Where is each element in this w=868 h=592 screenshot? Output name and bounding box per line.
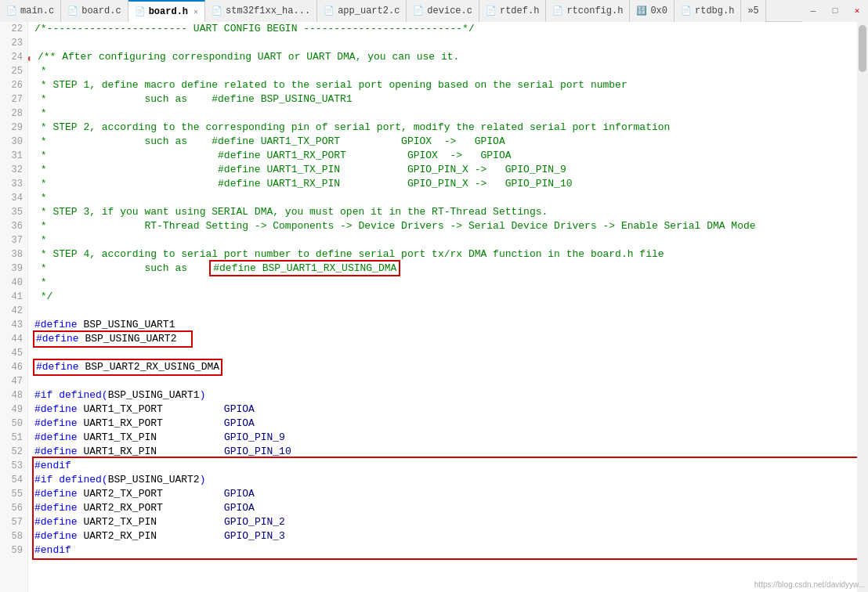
code-line-56: #define UART2_RX_PORT GPIOA [34,501,857,515]
file-icon-hex: 🔢 [636,5,647,16]
code-line-27: * such as #define BSP_USING_UATR1 [34,92,857,106]
tab-app-uart2[interactable]: 📄 app_uart2.c [317,0,407,22]
code-line-50: #define UART1_RX_PORT GPIOA [34,417,857,431]
code-line-43: #define BSP_USING_UART1 [34,318,857,332]
file-icon-app-uart2: 📄 [324,5,335,16]
tab-label-board-c: board.c [81,5,121,16]
file-icon-board-c: 📄 [67,5,78,16]
code-line-52: #define UART1_RX_PIN GPIO_PIN_10 [34,445,857,459]
tab-label-app-uart2: app_uart2.c [338,5,400,16]
tab-label-main-c: main.c [20,5,54,16]
tab-rtdef-h[interactable]: 📄 rtdef.h [479,0,546,22]
red-block-uart2: #endif#if defined(BSP_USING_UART2)#defin… [34,459,857,558]
file-icon-rtdef-h: 📄 [486,5,497,16]
code-line-42 [34,304,857,318]
code-line-37: * [34,233,857,247]
tab-label-hex: 0x0 [650,5,667,16]
code-line-44: #define BSP_USING_UART2 [34,332,857,346]
code-line-32: * #define UART1_TX_PIN GPIO_PIN_X -> GPI… [34,163,857,177]
file-icon-stm32: 📄 [212,5,222,16]
file-icon-main-c: 📄 [6,5,17,16]
tab-stm32[interactable]: 📄 stm32f1xx_ha... [205,0,317,22]
code-line-31: * #define UART1_RX_PORT GPIOX -> GPIOA [34,149,857,163]
tab-label-device-c: device.c [427,5,472,16]
code-line-23 [34,36,857,50]
code-line-34: * [34,191,857,205]
code-line-59: #endif [34,543,857,558]
file-icon-rtconfig-h: 📄 [552,5,563,16]
code-line-45 [34,346,857,360]
code-line-30: * such as #define UART1_TX_PORT GPIOX ->… [34,135,857,149]
code-line-24: /** After configuring corresponding UART… [34,50,857,64]
tab-label-board-h: board.h [149,6,188,17]
tab-rtconfig-h[interactable]: 📄 rtconfig.h [546,0,630,22]
line-numbers: 2223242526272829303132333435363738394041… [0,22,28,592]
window-controls: — □ ✕ [802,0,868,22]
code-line-36: * RT-Thread Setting -> Components -> Dev… [34,219,857,233]
code-line-33: * #define UART1_RX_PIN GPIO_PIN_X -> GPI… [34,177,857,191]
code-line-29: * STEP 2, according to the corresponding… [34,121,857,135]
tab-device-c[interactable]: 📄 device.c [407,0,479,22]
code-line-35: * STEP 3, if you want using SERIAL DMA, … [34,205,857,219]
close-button[interactable]: ✕ [846,0,868,22]
vertical-scrollbar[interactable] [857,22,868,592]
code-line-41: */ [34,290,857,304]
tab-board-h[interactable]: 📄 board.h ✕ [128,0,205,22]
code-line-40: * [34,276,857,290]
code-line-48: #if defined(BSP_USING_UART1) [34,388,857,402]
tab-bar: 📄 main.c 📄 board.c 📄 board.h ✕ 📄 stm32f1… [0,0,868,22]
code-line-57: #define UART2_TX_PIN GPIO_PIN_2 [34,515,857,529]
tab-main-c[interactable]: 📄 main.c [0,0,61,22]
code-line-25: * [34,64,857,78]
maximize-button[interactable]: □ [824,0,846,22]
watermark: https://blog.csdn.net/davidyyw... [754,580,865,589]
code-line-54: #if defined(BSP_USING_UART2) [34,473,857,487]
code-line-51: #define UART1_TX_PIN GPIO_PIN_9 [34,431,857,445]
code-line-58: #define UART2_RX_PIN GPIO_PIN_3 [34,529,857,543]
code-line-55: #define UART2_TX_PORT GPIOA [34,487,857,501]
tab-label-overflow: »5 [747,5,758,16]
tab-label-stm32: stm32f1xx_ha... [226,5,310,16]
editor-area: 2223242526272829303132333435363738394041… [0,22,868,592]
tab-board-c[interactable]: 📄 board.c [61,0,128,22]
close-icon-board-h[interactable]: ✕ [193,7,198,16]
tab-label-rtdef-h: rtdef.h [500,5,539,16]
tab-rtdbg-h[interactable]: 📄 rtdbg.h [675,0,741,22]
code-line-26: * STEP 1, define macro define related to… [34,78,857,92]
tab-hex[interactable]: 🔢 0x0 [630,0,675,22]
code-content[interactable]: /*----------------------- UART CONFIG BE… [28,22,857,592]
code-line-28: * [34,106,857,121]
file-icon-rtdbg-h: 📄 [681,5,692,16]
tab-label-rtconfig-h: rtconfig.h [566,5,623,16]
minimize-button[interactable]: — [802,0,824,22]
code-line-22: /*----------------------- UART CONFIG BE… [34,22,857,36]
file-icon-device-c: 📄 [413,5,424,16]
code-line-39: * such as #define BSP_UART1_RX_USING_DMA [34,262,857,276]
code-line-53: #endif [34,459,857,473]
tab-overflow[interactable]: »5 [741,0,765,22]
file-icon-board-h: 📄 [135,6,146,16]
arrow-indicator: ◄ [28,52,31,66]
tab-label-rtdbg-h: rtdbg.h [695,5,734,16]
code-line-49: #define UART1_TX_PORT GPIOA [34,402,857,417]
code-line-38: * STEP 4, according to serial port numbe… [34,247,857,262]
scrollbar-thumb[interactable] [859,25,866,72]
code-line-46: #define BSP_UART2_RX_USING_DMA [34,360,857,374]
code-line-47 [34,374,857,388]
